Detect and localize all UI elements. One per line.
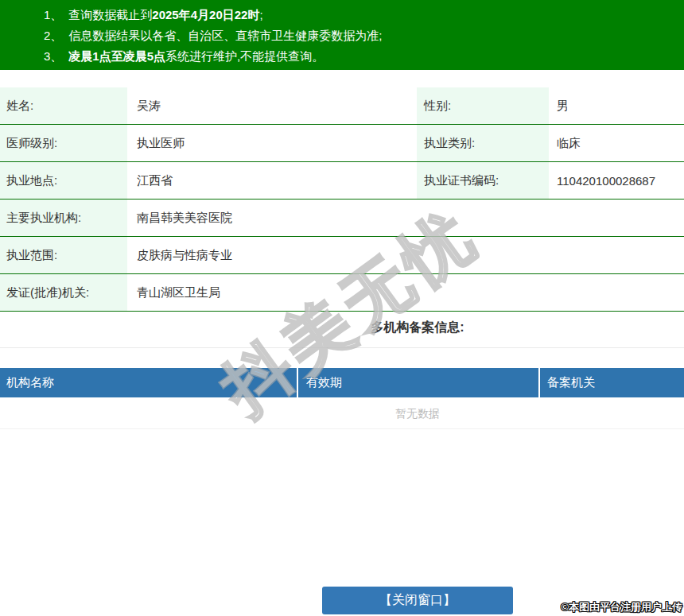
table-row: 姓名: 吴涛 性别: 男 bbox=[0, 87, 684, 125]
notice-text: 系统进行维护,不能提供查询。 bbox=[165, 49, 324, 63]
notice-banner: 1、查询数据截止到2025年4月20日22时; 2、信息数据结果以各省、自治区、… bbox=[0, 0, 684, 70]
certificate-number-value: 110420100028687 bbox=[549, 162, 684, 199]
gender-label: 性别: bbox=[417, 87, 549, 124]
notice-text: ; bbox=[259, 8, 262, 21]
notice-line-3: 3、凌晨1点至凌晨5点系统进行维护,不能提供查询。 bbox=[0, 46, 684, 67]
table-row: 主要执业机构: 南昌韩美美容医院 bbox=[0, 200, 684, 237]
name-value: 吴涛 bbox=[127, 87, 417, 124]
notice-line-1: 1、查询数据截止到2025年4月20日22时; bbox=[0, 5, 684, 25]
notice-text: 信息数据结果以各省、自治区、直辖市卫生健康委数据为准; bbox=[68, 29, 382, 42]
practice-category-label: 执业类别: bbox=[417, 125, 549, 161]
notice-number: 1、 bbox=[44, 8, 62, 21]
column-header-institution-name: 机构名称 bbox=[0, 368, 297, 397]
certificate-number-label: 执业证书编码: bbox=[417, 162, 549, 199]
table-row: 医师级别: 执业医师 执业类别: 临床 bbox=[0, 125, 684, 162]
section-divider bbox=[0, 347, 684, 348]
notice-text-bold: 凌晨1点至凌晨5点 bbox=[68, 49, 165, 63]
filing-table-header: 机构名称 有效期 备案机关 bbox=[0, 368, 684, 397]
close-window-button[interactable]: 【关闭窗口】 bbox=[322, 587, 513, 614]
notice-number: 2、 bbox=[44, 29, 62, 42]
table-row: 发证(批准)机关: 青山湖区卫生局 bbox=[0, 274, 684, 312]
query-result-page: 1、查询数据截止到2025年4月20日22时; 2、信息数据结果以各省、自治区、… bbox=[0, 0, 684, 616]
column-header-validity-period: 有效期 bbox=[297, 368, 538, 397]
name-label: 姓名: bbox=[0, 87, 127, 124]
notice-line-2: 2、信息数据结果以各省、自治区、直辖市卫生健康委数据为准; bbox=[0, 25, 684, 46]
notice-text-bold: 2025年4月20日22时 bbox=[152, 8, 259, 21]
practice-scope-value: 皮肤病与性病专业 bbox=[127, 237, 684, 273]
gender-value: 男 bbox=[549, 87, 684, 124]
practice-scope-label: 执业范围: bbox=[0, 237, 127, 273]
column-header-filing-authority: 备案机关 bbox=[538, 368, 684, 397]
issuing-authority-label: 发证(批准)机关: bbox=[0, 274, 127, 311]
table-row: 执业地点: 江西省 执业证书编码: 110420100028687 bbox=[0, 162, 684, 200]
practice-location-label: 执业地点: bbox=[0, 162, 127, 199]
doctor-level-label: 医师级别: bbox=[0, 125, 127, 161]
practice-location-value: 江西省 bbox=[127, 162, 417, 199]
empty-state-text: 暂无数据 bbox=[0, 397, 684, 429]
issuing-authority-value: 青山湖区卫生局 bbox=[127, 274, 684, 311]
notice-number: 3、 bbox=[44, 49, 62, 63]
main-institution-value: 南昌韩美美容医院 bbox=[127, 200, 684, 236]
practice-category-value: 临床 bbox=[549, 125, 684, 161]
main-institution-label: 主要执业机构: bbox=[0, 200, 127, 236]
filing-section-title: 多机构备案信息: bbox=[0, 320, 684, 336]
table-row: 执业范围: 皮肤病与性病专业 bbox=[0, 237, 684, 274]
copyright-stamp: ©本图由平台注册用户上传 bbox=[561, 600, 682, 614]
doctor-level-value: 执业医师 bbox=[127, 125, 417, 161]
doctor-info-table: 姓名: 吴涛 性别: 男 医师级别: 执业医师 执业类别: 临床 执业地点: 江… bbox=[0, 87, 684, 312]
notice-text: 查询数据截止到 bbox=[68, 8, 152, 21]
